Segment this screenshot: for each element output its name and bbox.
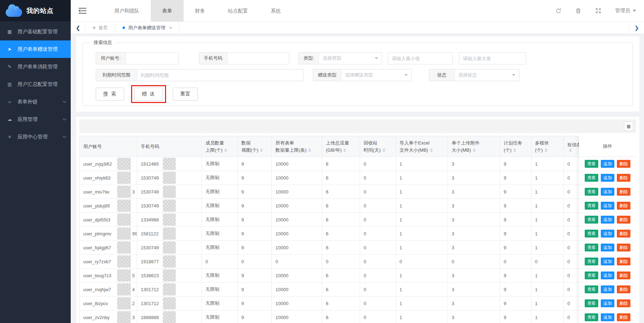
refresh-icon[interactable] [555,8,561,14]
gift-type-select[interactable]: 选择赠送类型 [341,69,411,81]
tabs-scroll-left-icon[interactable]: ❮ [71,22,86,34]
table-row: user_ptmgmv991581122无限制9100006013910 [80,227,595,241]
sort-icon[interactable] [343,148,346,152]
sidebar-item-label: 应用管理 [18,116,38,123]
append-button[interactable]: 追加 [601,202,614,210]
value-cell: 1 [531,171,564,185]
sidebar-item[interactable]: ➤用户表单赠送管理 [0,40,71,58]
min-value-input[interactable] [388,52,453,64]
sidebar: 我的站点 ▦用户基础配置管理➤用户表单赠送管理✎用户表单消耗管理▥用户汇总配置管… [0,0,71,323]
table-header-cell[interactable]: 单个上传附件大小(MB) [448,136,500,157]
table-header-cell[interactable]: 多模块(个) [531,136,564,157]
view-button[interactable]: 查看 [585,258,598,265]
table-header-cell[interactable]: 数据视图(个) [238,136,272,157]
del-button[interactable]: 删除 [617,258,630,265]
tab[interactable]: 首页 [86,22,115,34]
view-button[interactable]: 查看 [585,188,598,196]
table-header-cell[interactable]: 导入单个Excel文件大小(MB) [396,136,448,157]
view-button[interactable]: 查看 [585,216,598,224]
redaction-mosaic [117,311,131,323]
tab[interactable]: 用户表单赠送管理× [115,22,180,34]
view-button[interactable]: 查看 [585,160,598,168]
close-icon[interactable]: × [169,25,172,30]
account-input[interactable] [126,53,179,64]
sort-icon[interactable] [569,148,572,152]
sort-icon[interactable] [224,148,227,152]
table-header-cell[interactable]: 回收站时间(天) [360,136,396,157]
table-header-cell[interactable]: 成员数量上限(个) [202,136,238,157]
type-select[interactable]: 选择类型 [319,53,382,64]
append-button[interactable]: 追加 [601,216,614,224]
append-button[interactable]: 追加 [601,285,614,293]
table-header-cell[interactable]: 上传总流量(GB/年) [322,136,360,157]
value-cell: 1 [531,310,564,323]
del-button[interactable]: 删除 [617,299,630,307]
view-button[interactable]: 查看 [585,299,598,307]
view-button[interactable]: 查看 [585,271,598,279]
table-header-cell[interactable]: 所有表单数据量上限(条) [272,136,322,157]
append-button[interactable]: 追加 [601,271,614,279]
phone-input[interactable] [228,53,289,64]
append-button[interactable]: 追加 [601,230,614,238]
append-button[interactable]: 追加 [601,244,614,251]
chevron-down-icon [63,134,66,138]
append-button[interactable]: 追加 [601,174,614,182]
admin-menu[interactable]: 管理员 [615,8,636,14]
topnav-item[interactable]: 用户和团队 [103,0,151,21]
sort-icon[interactable] [383,148,385,152]
del-button[interactable]: 删除 [617,188,630,196]
search-button[interactable]: 搜 索 [96,88,124,101]
sidebar-item[interactable]: ✎用户表单消耗管理 [0,58,71,75]
fullscreen-icon[interactable] [595,8,601,14]
value-cell: 1 [531,297,564,310]
append-button[interactable]: 追加 [601,188,614,196]
max-value-input[interactable] [459,52,526,64]
del-button[interactable]: 删除 [617,160,630,168]
del-button[interactable]: 删除 [617,230,630,238]
topnav-item[interactable]: 财务 [184,0,216,21]
view-button[interactable]: 查看 [585,313,598,321]
expiry-range-input[interactable] [137,69,303,81]
status-select[interactable]: 选择状态 [455,69,519,81]
append-button[interactable]: 追加 [601,258,614,265]
del-button[interactable]: 删除 [617,216,630,224]
collapse-sidebar-icon[interactable] [79,8,86,14]
value-cell: 9 [238,297,272,310]
sort-icon[interactable] [473,148,476,152]
topnav-item[interactable]: 系统 [259,0,292,21]
del-button[interactable]: 删除 [617,174,630,182]
topnav-item[interactable]: 表单 [151,0,184,21]
sort-icon[interactable] [545,148,548,152]
sort-icon[interactable] [513,148,516,152]
table-header-cell[interactable]: 计划任务(个) [500,136,531,157]
view-button[interactable]: 查看 [585,230,598,238]
sort-icon[interactable] [260,148,263,152]
reset-button[interactable]: 重置 [173,88,198,101]
sidebar-item[interactable]: ▥用户汇总配置管理 [0,75,71,93]
append-button[interactable]: 追加 [601,313,614,321]
gift-button[interactable]: 赠 送 [134,88,163,101]
append-button[interactable]: 追加 [601,160,614,168]
view-button[interactable]: 查看 [585,244,598,251]
sidebar-item[interactable]: ▦用户基础配置管理 [0,23,71,40]
sort-icon[interactable] [430,148,433,152]
topnav-item[interactable]: 站点配置 [216,0,259,21]
view-button[interactable]: 查看 [585,202,598,210]
del-button[interactable]: 删除 [617,313,630,321]
value-cell: 无限制 [202,269,238,283]
append-button[interactable]: 追加 [601,299,614,307]
view-button[interactable]: 查看 [585,285,598,293]
column-settings-icon[interactable]: ▦ [624,122,633,131]
del-button[interactable]: 删除 [617,202,630,210]
sidebar-item[interactable]: ‹›表单外链 [0,93,71,111]
view-button[interactable]: 查看 [585,174,598,182]
trash-icon[interactable] [575,8,581,14]
tabs-scroll-right-icon[interactable]: ❯ [629,22,644,34]
del-button[interactable]: 删除 [617,244,630,251]
sidebar-item[interactable]: ☁应用管理 [0,111,71,128]
del-button[interactable]: 删除 [617,271,630,279]
del-button[interactable]: 删除 [617,285,630,293]
sidebar-item[interactable]: ≡应用中心管理 [0,128,71,146]
sort-icon[interactable] [308,148,311,152]
value-cell: 6 [322,241,360,255]
